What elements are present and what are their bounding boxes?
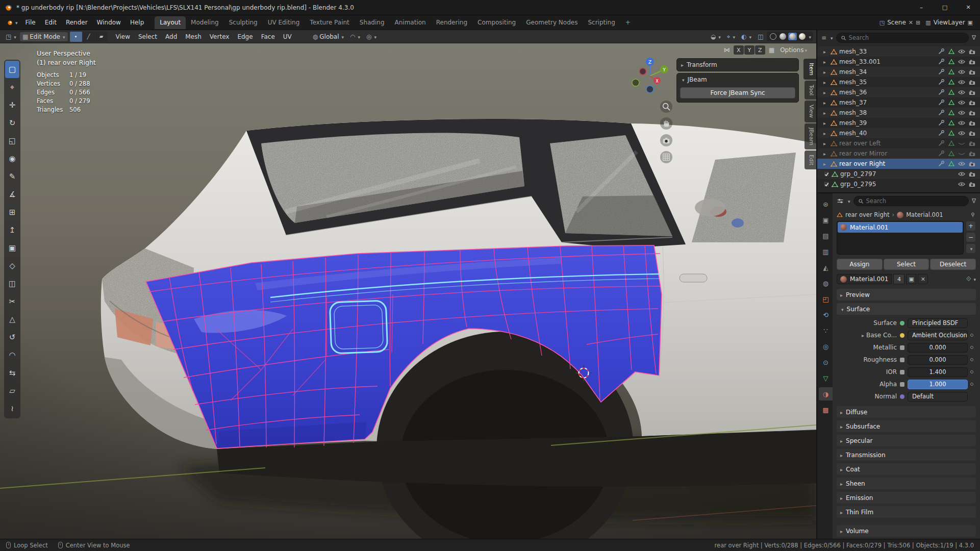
- object-name[interactable]: grp_0_2795: [840, 181, 876, 188]
- snap-toggle[interactable]: ◠: [347, 32, 363, 41]
- face-select-button[interactable]: ▰: [95, 32, 108, 42]
- n-panel-tab[interactable]: Tool: [805, 81, 816, 99]
- hide-viewport-eye-icon[interactable]: [958, 120, 966, 126]
- disable-render-camera-icon[interactable]: [968, 110, 976, 116]
- breadcrumb-object[interactable]: rear over Right: [845, 211, 890, 218]
- zoom-button[interactable]: [660, 101, 672, 113]
- object-name[interactable]: mesh_39: [839, 119, 867, 127]
- disable-render-camera-icon[interactable]: [968, 120, 976, 126]
- vertex-select-button[interactable]: ∙: [70, 32, 82, 42]
- unlink-icon[interactable]: ✕: [909, 19, 913, 26]
- outliner-row[interactable]: mesh_40: [817, 128, 980, 138]
- n-panel-tab[interactable]: Edit: [805, 151, 816, 169]
- hide-viewport-eye-icon[interactable]: [958, 100, 966, 105]
- properties-tab[interactable]: ▥: [819, 245, 833, 258]
- material-datablock-selector[interactable]: Material.001: [837, 274, 892, 284]
- disable-render-camera-icon[interactable]: [968, 69, 976, 75]
- menu-item[interactable]: View: [112, 32, 134, 42]
- search-input[interactable]: [849, 34, 964, 41]
- material-action-button[interactable]: Deselect: [930, 259, 976, 270]
- transform-panel-header[interactable]: Transform: [677, 59, 798, 71]
- 3d-viewport[interactable]: [0, 43, 816, 539]
- scene-selector[interactable]: ◳ Scene ✕ ⊞: [880, 19, 920, 26]
- object-name[interactable]: mesh_36: [839, 89, 867, 96]
- tool-button[interactable]: ✛: [5, 96, 19, 114]
- workspace-tab[interactable]: Geometry Nodes: [521, 16, 583, 29]
- duplicate-material-button[interactable]: ▣: [906, 274, 916, 284]
- properties-tab[interactable]: ▽: [819, 371, 833, 385]
- outliner-row[interactable]: mesh_37: [817, 97, 980, 108]
- material-preview-button[interactable]: [788, 33, 797, 40]
- object-name[interactable]: mesh_33: [839, 48, 867, 55]
- object-name[interactable]: mesh_33.001: [839, 58, 881, 65]
- collapsed-panel-header[interactable]: Specular: [837, 435, 976, 446]
- expand-icon[interactable]: [823, 68, 828, 76]
- hide-viewport-eye-icon[interactable]: [958, 141, 966, 146]
- tool-button[interactable]: ◇: [5, 257, 19, 274]
- navigation-gizmo[interactable]: Z Y X: [631, 56, 669, 94]
- outliner-row[interactable]: mesh_35: [817, 77, 980, 87]
- object-name[interactable]: rear over Right: [839, 160, 885, 167]
- outliner-row[interactable]: grp_0_2797: [817, 169, 980, 179]
- disable-render-camera-icon[interactable]: [968, 80, 976, 85]
- menu-item[interactable]: Vertex: [206, 32, 234, 42]
- property-value-widget[interactable]: Ambient Occlusion: [908, 331, 968, 340]
- properties-editor-icon[interactable]: [837, 197, 844, 205]
- expand-icon[interactable]: [823, 99, 828, 106]
- gizmos-dropdown[interactable]: ⌖: [724, 32, 738, 41]
- decorator-dot[interactable]: [968, 370, 976, 373]
- exclude-checkbox[interactable]: [823, 181, 830, 187]
- disable-render-camera-icon[interactable]: [968, 151, 976, 157]
- disable-render-camera-icon[interactable]: [968, 171, 976, 177]
- tool-button[interactable]: ≀: [5, 400, 19, 417]
- hide-viewport-eye-icon[interactable]: [958, 161, 966, 166]
- workspace-tab[interactable]: Texture Paint: [305, 16, 354, 29]
- hide-viewport-eye-icon[interactable]: [958, 110, 966, 115]
- expand-icon[interactable]: [823, 48, 828, 55]
- expand-icon[interactable]: [823, 140, 828, 147]
- tool-button[interactable]: ✎: [5, 168, 19, 185]
- snap-grid-icon[interactable]: ▦: [768, 46, 775, 54]
- outliner-editor-icon[interactable]: ≡: [821, 34, 826, 41]
- expand-icon[interactable]: [823, 58, 828, 65]
- tool-button[interactable]: ∡: [5, 186, 19, 203]
- expand-icon[interactable]: [823, 109, 828, 116]
- outliner-row[interactable]: mesh_34: [817, 67, 980, 77]
- properties-tab[interactable]: ◎: [819, 340, 833, 353]
- tool-button[interactable]: ▱: [5, 382, 19, 399]
- properties-tab[interactable]: ⊛: [819, 197, 833, 211]
- camera-view-button[interactable]: [660, 134, 672, 146]
- remove-slot-button[interactable]: −: [966, 232, 976, 242]
- filter-icon[interactable]: ∇: [972, 34, 976, 41]
- property-value-widget[interactable]: 0.000: [908, 343, 968, 353]
- tool-button[interactable]: ↥: [5, 221, 19, 239]
- property-value-widget[interactable]: 1.400: [908, 367, 968, 377]
- tool-button[interactable]: ◠: [5, 346, 19, 364]
- menu-item[interactable]: Mesh: [181, 32, 206, 42]
- tool-button[interactable]: △: [5, 311, 19, 328]
- object-name[interactable]: mesh_34: [839, 68, 867, 76]
- collapsed-panel-header[interactable]: Sheen: [837, 478, 976, 489]
- users-count-badge[interactable]: 4: [893, 274, 904, 284]
- n-panel-tab[interactable]: JBeam: [805, 123, 816, 149]
- workspace-tab[interactable]: Animation: [390, 16, 431, 29]
- tool-button[interactable]: ⊞: [5, 204, 19, 221]
- workspace-tab[interactable]: Compositing: [472, 16, 521, 29]
- object-name[interactable]: rear over Mirror: [839, 150, 887, 157]
- xray-toggle[interactable]: ◫: [755, 32, 766, 41]
- object-name[interactable]: mesh_38: [839, 109, 867, 116]
- property-value-widget[interactable]: 1.000: [908, 380, 968, 389]
- properties-tab[interactable]: ◭: [819, 261, 833, 274]
- copy-icon[interactable]: ▣: [968, 19, 973, 26]
- outliner-row[interactable]: rear over Mirror: [817, 148, 980, 159]
- property-value-widget[interactable]: Principled BSDF: [908, 318, 968, 328]
- volume-panel-header[interactable]: Volume: [837, 525, 976, 537]
- collapsed-panel-header[interactable]: Thin Film: [837, 506, 976, 518]
- material-action-button[interactable]: Select: [884, 259, 929, 270]
- properties-tab[interactable]: ▤: [819, 229, 833, 242]
- menu-item[interactable]: Render: [61, 17, 92, 28]
- decorator-dot[interactable]: [968, 383, 976, 386]
- mirror-axis-button[interactable]: X: [734, 45, 744, 55]
- tool-button[interactable]: ⌖: [5, 79, 19, 96]
- property-value-widget[interactable]: 0.000: [908, 355, 968, 365]
